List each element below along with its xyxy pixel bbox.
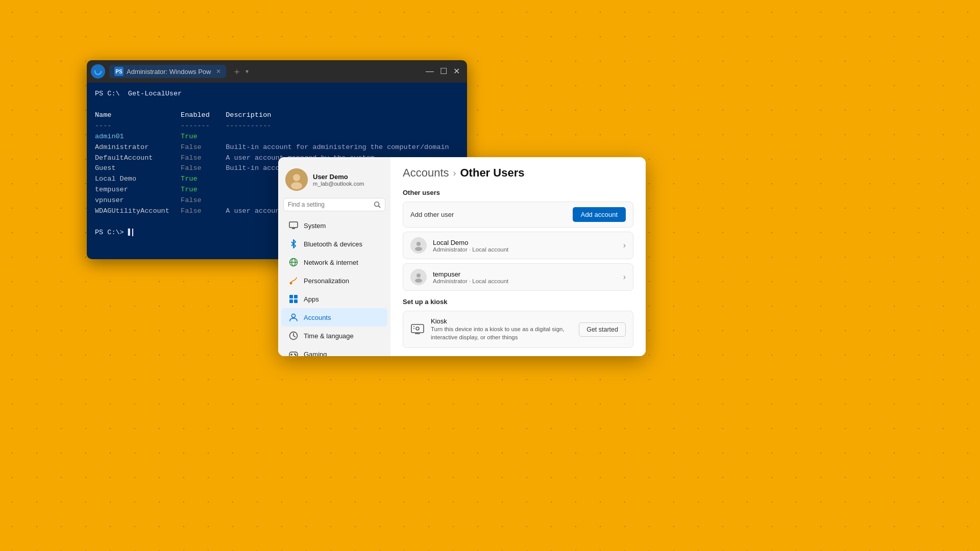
terminal-user-admin01: admin01 True xyxy=(95,132,459,142)
terminal-line-header: Name Enabled Description xyxy=(95,110,459,121)
sidebar-item-personalization[interactable]: Personalization xyxy=(281,271,387,290)
sidebar-item-system[interactable]: System xyxy=(281,216,387,235)
add-other-user-text: Add other user xyxy=(410,211,454,218)
sidebar-item-system-label: System xyxy=(304,222,326,230)
svg-point-22 xyxy=(295,354,296,355)
svg-point-24 xyxy=(416,242,421,246)
sidebar-item-apps-label: Apps xyxy=(304,295,319,303)
terminal-tab-label: Administrator: Windows Pow xyxy=(127,68,211,76)
bluetooth-icon xyxy=(288,239,299,249)
settings-sidebar: User Demo m_lab@outlook.com xyxy=(278,157,390,356)
globe-icon xyxy=(288,257,299,267)
settings-search-input[interactable] xyxy=(288,201,371,208)
sidebar-item-personalization-label: Personalization xyxy=(304,277,349,285)
user-avatar-tempuser xyxy=(410,269,427,285)
svg-point-3 xyxy=(291,182,302,189)
kiosk-left: Kiosk Turn this device into a kiosk to u… xyxy=(410,317,579,341)
svg-point-12 xyxy=(290,282,292,285)
svg-point-26 xyxy=(416,273,421,278)
user-row-local-demo[interactable]: Local Demo Administrator · Local account… xyxy=(403,232,633,259)
kiosk-row: Kiosk Turn this device into a kiosk to u… xyxy=(403,311,633,348)
breadcrumb: Accounts › Other Users xyxy=(403,166,633,180)
user-row-sub-local-demo: Administrator · Local account xyxy=(433,246,508,253)
sidebar-item-network[interactable]: Network & internet xyxy=(281,253,387,271)
svg-rect-16 xyxy=(294,299,298,303)
add-account-button[interactable]: Add account xyxy=(573,207,626,222)
sidebar-item-bluetooth-label: Bluetooth & devices xyxy=(304,240,362,248)
settings-user-name: User Demo xyxy=(313,173,364,181)
user-row-name-local-demo: Local Demo xyxy=(433,239,508,246)
sidebar-item-accounts-label: Accounts xyxy=(304,314,331,321)
terminal-line-blank xyxy=(95,99,459,110)
settings-search-box[interactable] xyxy=(283,198,385,211)
sidebar-item-network-label: Network & internet xyxy=(304,259,358,266)
settings-main: Accounts › Other Users Other users Add o… xyxy=(390,157,646,356)
kiosk-get-started-button[interactable]: Get started xyxy=(579,322,626,337)
user-row-name-tempuser: tempuser xyxy=(433,270,508,278)
brush-icon xyxy=(288,276,299,286)
terminal-new-tab-btn[interactable]: ＋ xyxy=(232,65,241,78)
svg-rect-15 xyxy=(289,299,293,303)
kiosk-section-label: Set up a kiosk xyxy=(403,298,633,306)
sidebar-item-gaming-label: Gaming xyxy=(304,350,327,357)
sidebar-item-apps[interactable]: Apps xyxy=(281,290,387,308)
terminal-tab-close-btn[interactable]: ✕ xyxy=(216,68,221,75)
settings-user-email: m_lab@outlook.com xyxy=(313,181,364,187)
svg-point-4 xyxy=(375,202,379,207)
powershell-icon: PS xyxy=(114,67,124,76)
svg-rect-28 xyxy=(411,324,424,333)
sidebar-item-gaming[interactable]: Gaming xyxy=(281,345,387,356)
settings-window[interactable]: User Demo m_lab@outlook.com xyxy=(278,157,646,356)
terminal-line-cmd: PS C:\ Get-LocalUser xyxy=(95,89,459,99)
sidebar-item-bluetooth[interactable]: Bluetooth & devices xyxy=(281,235,387,253)
user-row-info-local-demo: Local Demo Administrator · Local account xyxy=(433,239,508,253)
terminal-minimize-btn[interactable]: — xyxy=(426,67,434,76)
svg-point-31 xyxy=(416,327,419,330)
terminal-line-sep: ---- ------- ----------- xyxy=(95,121,459,132)
sidebar-item-accounts[interactable]: Accounts xyxy=(281,308,387,327)
user-row-tempuser[interactable]: tempuser Administrator · Local account › xyxy=(403,263,633,291)
user-row-tempuser-left: tempuser Administrator · Local account xyxy=(410,269,508,285)
svg-rect-14 xyxy=(294,295,298,298)
kiosk-description: Turn this device into a kiosk to use as … xyxy=(431,325,579,341)
avatar xyxy=(285,168,308,191)
svg-point-2 xyxy=(293,174,300,181)
chevron-down-icon-tempuser: › xyxy=(623,272,626,282)
user-avatar-local-demo xyxy=(410,237,427,254)
settings-body: User Demo m_lab@outlook.com xyxy=(278,157,646,356)
breadcrumb-current: Other Users xyxy=(460,166,525,180)
gamepad-icon xyxy=(288,349,299,356)
svg-point-0 xyxy=(95,68,101,74)
add-user-row: Add other user Add account xyxy=(403,202,633,228)
user-row-local-demo-left: Local Demo Administrator · Local account xyxy=(410,237,508,254)
clock-icon xyxy=(288,331,299,341)
terminal-titlebar: PS Administrator: Windows Pow ✕ ＋ ▾ — ☐ … xyxy=(87,60,467,83)
person-icon xyxy=(288,312,299,322)
breadcrumb-arrow: › xyxy=(453,168,456,179)
search-icon xyxy=(374,201,381,208)
breadcrumb-parent: Accounts xyxy=(403,166,449,180)
terminal-close-btn[interactable]: ✕ xyxy=(453,67,460,76)
user-row-info-tempuser: tempuser Administrator · Local account xyxy=(433,270,508,284)
svg-rect-13 xyxy=(289,295,293,298)
apps-icon xyxy=(288,294,299,304)
sidebar-item-time[interactable]: Time & language xyxy=(281,327,387,345)
svg-point-25 xyxy=(415,247,422,251)
svg-point-27 xyxy=(415,279,422,283)
terminal-user-administrator: Administrator False Built-in account for… xyxy=(95,142,459,153)
kiosk-title: Kiosk xyxy=(431,317,579,325)
terminal-tab[interactable]: PS Administrator: Windows Pow ✕ xyxy=(109,65,226,78)
svg-point-23 xyxy=(296,355,297,356)
kiosk-section: Set up a kiosk xyxy=(403,298,633,348)
monitor-icon xyxy=(288,220,299,231)
settings-user-info: User Demo m_lab@outlook.com xyxy=(313,173,364,187)
terminal-maximize-btn[interactable]: ☐ xyxy=(440,67,447,76)
terminal-dropdown-btn[interactable]: ▾ xyxy=(246,68,249,75)
svg-rect-6 xyxy=(289,222,298,228)
terminal-loader-icon xyxy=(91,64,105,79)
kiosk-info: Kiosk Turn this device into a kiosk to u… xyxy=(431,317,579,341)
svg-line-5 xyxy=(379,206,381,208)
svg-point-17 xyxy=(292,314,296,318)
terminal-controls: — ☐ ✕ xyxy=(426,67,460,76)
other-users-section-label: Other users xyxy=(403,189,633,196)
